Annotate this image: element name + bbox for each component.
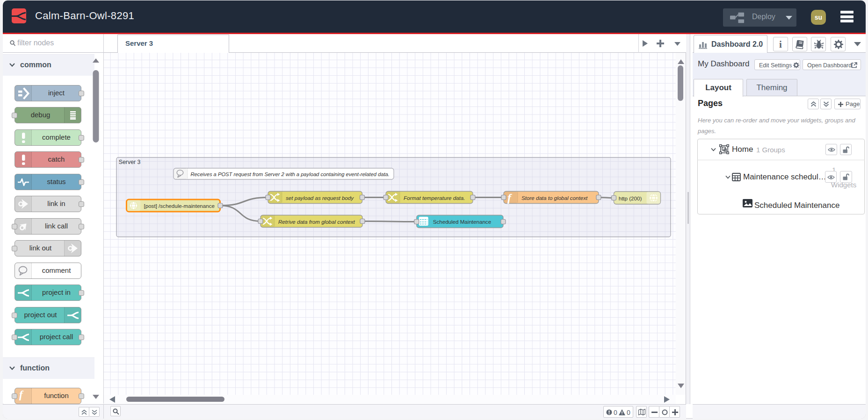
svg-text:Store data to global context: Store data to global context [521,195,588,201]
svg-text:Receives a POST request from S: Receives a POST request from Server 2 wi… [191,171,390,177]
svg-text:[post] /schedule-maintenance: [post] /schedule-maintenance [144,203,215,209]
svg-text:set payload as request body: set payload as request body [286,195,354,201]
svg-text:Retrive data from global conte: Retrive data from global context [278,219,355,225]
svg-text:http (200): http (200) [619,195,642,201]
svg-text:Server 3: Server 3 [119,159,141,165]
svg-text:Format temperature data.: Format temperature data. [404,195,465,201]
svg-text:Scheduled Maintenance: Scheduled Maintenance [433,219,491,225]
